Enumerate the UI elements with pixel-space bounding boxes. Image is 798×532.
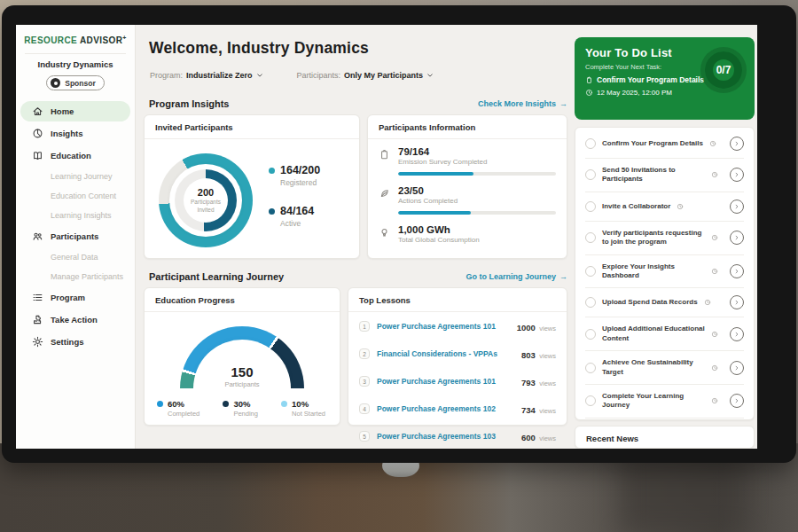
todo-task-row[interactable]: Verify participants requesting to join t… (585, 222, 744, 255)
legend-label: Registered (280, 178, 320, 187)
todo-task-row[interactable]: Upload Spend Data Records (585, 288, 744, 317)
progress-fill (398, 211, 471, 215)
sidebar-item-settings[interactable]: Settings (20, 332, 130, 352)
clock-icon (711, 268, 718, 275)
go-to-learning-journey-link[interactable]: Go to Learning Journey → (466, 272, 567, 281)
task-open-button[interactable] (730, 394, 744, 408)
todo-task-row[interactable]: Send 50 Invitations to Participants (585, 159, 744, 192)
todo-task-row[interactable]: Complete Your Learning Journey (585, 385, 744, 419)
chevron-right-icon (733, 140, 740, 147)
lesson-views-suffix: views (539, 325, 556, 332)
participants-dropdown[interactable]: Participants: Only My Participants (297, 71, 434, 80)
sidebar-item-manage-participants[interactable]: Manage Participants (20, 268, 130, 286)
clock-icon (677, 203, 684, 210)
legend-value: 84/164 (280, 205, 314, 217)
education-progress-gauge: 150 Participants (180, 326, 304, 388)
legend-item: 60% Completed (157, 399, 200, 418)
sidebar-item-participants[interactable]: Participants (20, 226, 130, 246)
sidebar-item-program[interactable]: Program (20, 287, 130, 308)
clock-icon (711, 171, 718, 178)
sidebar-item-label: Settings (51, 337, 83, 347)
lesson-link[interactable]: Power Purchase Agreements 101 (377, 377, 514, 386)
task-open-button[interactable] (730, 168, 744, 182)
lesson-row: 2 Financial Considerations - VPPAs 803 v… (348, 340, 567, 367)
task-open-button[interactable] (730, 327, 744, 341)
todo-task-row[interactable]: Explore Your Insights Dashboard (585, 255, 744, 289)
todo-task-row[interactable]: Upload Additional Educational Content (585, 317, 744, 351)
lesson-link[interactable]: Financial Considerations - VPPAs (377, 349, 514, 358)
task-checkbox[interactable] (585, 232, 596, 243)
sidebar-item-learning-insights[interactable]: Learning Insights (20, 207, 130, 224)
sidebar-item-home[interactable]: Home (20, 101, 130, 121)
task-open-button[interactable] (730, 137, 744, 151)
stat-emission-survey: 79/164 Emission Survey Completed (368, 139, 567, 166)
settings-icon (32, 336, 43, 348)
survey-icon (379, 149, 390, 160)
lesson-link[interactable]: Power Purchase Agreements 101 (377, 322, 510, 331)
task-open-button[interactable] (730, 231, 744, 245)
task-checkbox[interactable] (585, 138, 596, 149)
task-open-button[interactable] (730, 264, 744, 278)
section-title: Participant Learning Journey (149, 271, 284, 282)
stat-label: Total Global Consumption (398, 236, 556, 244)
lesson-views-suffix: views (539, 434, 556, 442)
sidebar-item-learning-journey[interactable]: Learning Journey (20, 168, 130, 185)
lesson-link[interactable]: Power Purchase Agreements 102 (377, 404, 514, 413)
task-open-button[interactable] (730, 361, 744, 375)
task-checkbox[interactable] (585, 329, 596, 340)
clock-icon (709, 140, 716, 147)
chevron-right-icon (733, 234, 740, 241)
take-action-icon (32, 314, 43, 325)
sidebar-item-education-content[interactable]: Education Content (20, 187, 130, 205)
program-insights-header: Program Insights Check More Insights → (149, 98, 567, 109)
program-dropdown[interactable]: Program: Industrialize Zero (150, 71, 263, 80)
sidebar-item-label: Take Action (51, 315, 98, 325)
task-checkbox[interactable] (585, 363, 596, 373)
sidebar-item-insights[interactable]: Insights (20, 123, 130, 144)
learning-journey-header: Participant Learning Journey Go to Learn… (149, 271, 567, 282)
insights-icon (32, 128, 43, 139)
page-title: Welcome, Industry Dynamics (149, 39, 369, 58)
gauge-center-caption: Participants (180, 380, 304, 388)
main-content: Welcome, Industry Dynamics Program: Indu… (137, 25, 573, 449)
todo-task-row[interactable]: Achieve One Sustainability Target (585, 351, 744, 385)
actions-icon (379, 188, 390, 200)
lesson-rank: 3 (359, 376, 370, 387)
lesson-link[interactable]: Power Purchase Agreements 103 (377, 432, 514, 441)
recent-news-title: Recent News (575, 426, 754, 449)
task-open-button[interactable] (730, 200, 744, 214)
lesson-views: 793 (521, 378, 536, 387)
legend-dot (269, 208, 275, 215)
arrow-right-icon: → (559, 272, 567, 281)
invited-participants-chart: 200 Participants Invited 164/200 Registe… (145, 139, 359, 258)
legend-label: Active (280, 219, 320, 228)
sidebar-item-education[interactable]: Education (20, 145, 130, 166)
sidebar-item-label: Education (51, 151, 91, 160)
card-title: Invited Participants (145, 115, 359, 139)
sidebar-item-take-action[interactable]: Take Action (20, 309, 130, 330)
legend-item: 30% Pending (223, 399, 258, 418)
todo-task-row[interactable]: Confirm Your Program Details (585, 129, 744, 159)
todo-task-row[interactable]: Invite a Collaborator (585, 192, 744, 222)
todo-task-list-card: Confirm Your Program Details Send 50 Inv… (575, 127, 755, 420)
sidebar-item-general-data[interactable]: General Data (20, 248, 130, 266)
chevron-right-icon (733, 364, 740, 372)
sidebar-item-label: Participants (51, 231, 98, 241)
clock-icon (585, 89, 593, 97)
task-checkbox[interactable] (585, 395, 596, 406)
task-open-button[interactable] (730, 295, 744, 309)
legend-value: 60% (168, 399, 184, 409)
task-checkbox[interactable] (585, 297, 596, 308)
task-checkbox[interactable] (585, 266, 596, 277)
lesson-views-suffix: views (539, 379, 556, 387)
task-checkbox[interactable] (585, 201, 596, 212)
org-name: Industry Dynamics (16, 59, 135, 69)
logo-secondary: ADVISOR (80, 35, 122, 45)
home-icon (32, 106, 43, 117)
legend-item: 164/200 Registered (269, 164, 320, 187)
top-lessons-card: Top Lessons 1 Power Purchase Agreements … (348, 287, 567, 426)
check-more-insights-link[interactable]: Check More Insights → (478, 99, 567, 108)
task-checkbox[interactable] (585, 169, 596, 180)
filters-row: Program: Industrialize Zero Participants… (150, 71, 434, 80)
card-title: Top Lessons (348, 288, 567, 312)
